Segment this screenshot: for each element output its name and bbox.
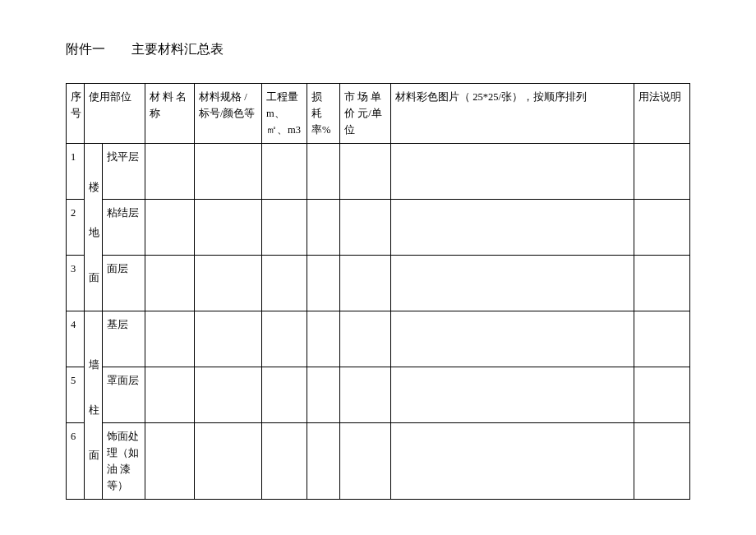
header-qty: 工程量m、㎡、m3 <box>262 84 307 144</box>
cell-price <box>340 367 391 423</box>
document-title: 附件一 主要材料汇总表 <box>66 41 690 58</box>
cell-seq: 6 <box>67 423 85 500</box>
cell-name <box>145 200 195 256</box>
cell-layer: 粘结层 <box>103 200 145 256</box>
cell-price <box>340 144 391 200</box>
cell-loss <box>307 423 340 500</box>
cell-price <box>340 200 391 256</box>
header-name: 材 料 名称 <box>145 84 195 144</box>
header-part: 使用部位 <box>85 84 145 144</box>
cell-price <box>340 423 391 500</box>
cell-spec <box>195 311 262 367</box>
cell-img <box>391 200 634 256</box>
cell-group: 楼地面 <box>85 144 103 311</box>
cell-layer: 面层 <box>103 256 145 311</box>
cell-spec <box>195 423 262 500</box>
header-price: 市 场 单价 元/单位 <box>340 84 391 144</box>
cell-img <box>391 423 634 500</box>
group-label: 楼地面 <box>89 182 99 284</box>
cell-qty <box>262 367 307 423</box>
group-label: 墙柱面 <box>89 359 99 461</box>
cell-name <box>145 144 195 200</box>
cell-group: 墙柱面 <box>85 311 103 500</box>
cell-loss <box>307 256 340 311</box>
header-img: 材料彩色图片（ 25*25/张），按顺序排列 <box>391 84 634 144</box>
cell-loss <box>307 367 340 423</box>
cell-name <box>145 311 195 367</box>
cell-layer: 找平层 <box>103 144 145 200</box>
cell-layer: 饰面处理（如油 漆等） <box>103 423 145 500</box>
cell-loss <box>307 311 340 367</box>
cell-img <box>391 144 634 200</box>
cell-seq: 2 <box>67 200 85 256</box>
cell-img <box>391 367 634 423</box>
cell-usage <box>634 256 690 311</box>
cell-layer: 基层 <box>103 311 145 367</box>
cell-spec <box>195 200 262 256</box>
table-row: 1 楼地面 找平层 <box>67 144 690 200</box>
table-row: 5 罩面层 <box>67 367 690 423</box>
header-seq: 序号 <box>67 84 85 144</box>
cell-loss <box>307 200 340 256</box>
cell-price <box>340 256 391 311</box>
title-main: 主要材料汇总表 <box>131 42 224 56</box>
cell-spec <box>195 367 262 423</box>
header-spec: 材料规格 /标号/颜色等 <box>195 84 262 144</box>
cell-name <box>145 256 195 311</box>
cell-price <box>340 311 391 367</box>
table-row: 2 粘结层 <box>67 200 690 256</box>
cell-img <box>391 311 634 367</box>
cell-loss <box>307 144 340 200</box>
cell-usage <box>634 367 690 423</box>
cell-qty <box>262 311 307 367</box>
cell-qty <box>262 423 307 500</box>
cell-usage <box>634 423 690 500</box>
table-header-row: 序号 使用部位 材 料 名称 材料规格 /标号/颜色等 工程量m、㎡、m3 损 … <box>67 84 690 144</box>
header-loss: 损 耗率% <box>307 84 340 144</box>
cell-usage <box>634 200 690 256</box>
table-row: 4 墙柱面 基层 <box>67 311 690 367</box>
cell-seq: 3 <box>67 256 85 311</box>
table-row: 6 饰面处理（如油 漆等） <box>67 423 690 500</box>
cell-qty <box>262 256 307 311</box>
cell-qty <box>262 144 307 200</box>
cell-spec <box>195 256 262 311</box>
cell-qty <box>262 200 307 256</box>
cell-img <box>391 256 634 311</box>
table-row: 3 面层 <box>67 256 690 311</box>
cell-usage <box>634 144 690 200</box>
materials-table: 序号 使用部位 材 料 名称 材料规格 /标号/颜色等 工程量m、㎡、m3 损 … <box>66 83 690 500</box>
cell-layer: 罩面层 <box>103 367 145 423</box>
cell-seq: 5 <box>67 367 85 423</box>
cell-name <box>145 423 195 500</box>
cell-usage <box>634 311 690 367</box>
title-prefix: 附件一 <box>66 42 105 56</box>
cell-name <box>145 367 195 423</box>
header-usage: 用法说明 <box>634 84 690 144</box>
cell-seq: 1 <box>67 144 85 200</box>
cell-spec <box>195 144 262 200</box>
cell-seq: 4 <box>67 311 85 367</box>
